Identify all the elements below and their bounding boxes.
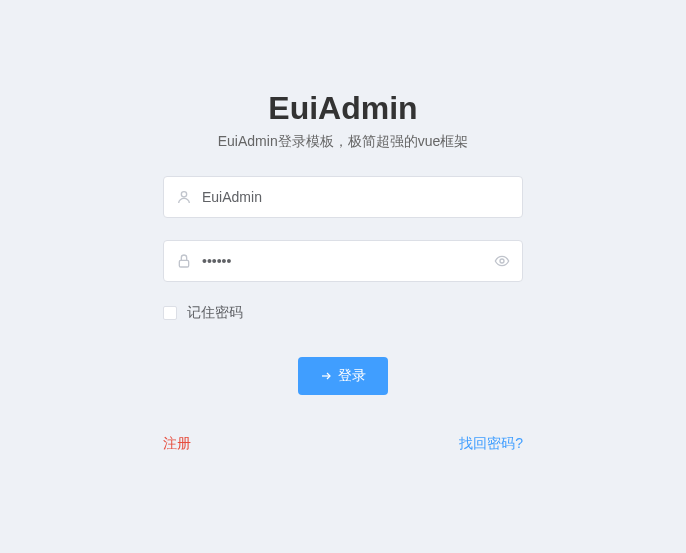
svg-point-2 [500, 259, 504, 263]
eye-icon[interactable] [494, 253, 510, 269]
remember-row: 记住密码 [163, 304, 523, 322]
links-row: 注册 找回密码? [163, 435, 523, 453]
password-input[interactable] [202, 253, 494, 269]
button-row: 登录 [163, 357, 523, 395]
user-icon [176, 189, 192, 205]
login-button[interactable]: 登录 [298, 357, 388, 395]
remember-label: 记住密码 [187, 304, 243, 322]
username-field-wrapper [163, 176, 523, 218]
arrow-right-icon [320, 370, 332, 382]
page-title: EuiAdmin [268, 90, 417, 127]
remember-checkbox[interactable] [163, 306, 177, 320]
register-link[interactable]: 注册 [163, 435, 191, 453]
svg-rect-1 [179, 260, 188, 267]
forgot-password-link[interactable]: 找回密码? [459, 435, 523, 453]
lock-icon [176, 253, 192, 269]
password-field-wrapper [163, 240, 523, 282]
login-button-label: 登录 [338, 367, 366, 385]
page-subtitle: EuiAdmin登录模板，极简超强的vue框架 [218, 133, 469, 151]
username-input[interactable] [202, 189, 510, 205]
login-form: 记住密码 登录 注册 找回密码? [163, 176, 523, 453]
svg-point-0 [181, 192, 186, 197]
